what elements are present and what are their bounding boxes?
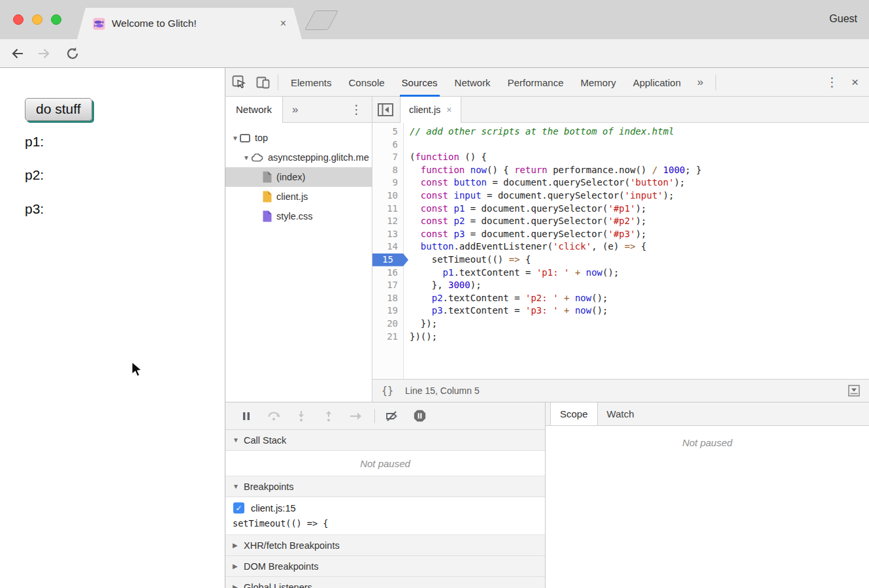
code-line-20[interactable]: 20 }); bbox=[372, 318, 869, 331]
code-text: const input = document.querySelector('in… bbox=[404, 189, 674, 203]
device-toolbar-icon[interactable] bbox=[252, 73, 274, 92]
devtools-kebab-icon[interactable]: ⋮ bbox=[817, 74, 847, 90]
new-tab-button[interactable] bbox=[304, 10, 338, 30]
code-line-8[interactable]: 8 function now() { return performance.no… bbox=[372, 164, 869, 177]
code-line-9[interactable]: 9 const button = document.querySelector(… bbox=[372, 176, 869, 189]
devtools-tab-network[interactable]: Network bbox=[446, 68, 499, 97]
section-header-call-stack[interactable]: ▼Call Stack bbox=[225, 430, 545, 451]
navigator-kebab-icon[interactable]: ⋮ bbox=[341, 102, 372, 117]
tree-item--index-[interactable]: (index) bbox=[225, 167, 372, 187]
back-icon[interactable] bbox=[10, 46, 25, 61]
fullscreen-window-button[interactable] bbox=[51, 14, 61, 25]
code-line-16[interactable]: 16 p1.textContent = 'p1: ' + now(); bbox=[372, 267, 869, 280]
line-number[interactable]: 15 bbox=[372, 253, 404, 267]
breakpoint-code-snippet[interactable]: setTimeout(() => { bbox=[225, 514, 545, 529]
section-header-dom-breakpoints[interactable]: ▶DOM Breakpoints bbox=[225, 556, 545, 577]
code-line-14[interactable]: 14 button.addEventListener('click', (e) … bbox=[372, 240, 869, 253]
code-line-13[interactable]: 13 const p3 = document.querySelector('#p… bbox=[372, 228, 869, 241]
editor-tab-clientjs[interactable]: client.js × bbox=[400, 97, 461, 123]
collapse-sidebar-icon[interactable] bbox=[378, 103, 393, 116]
section-header-global-listeners[interactable]: ▶Global Listeners bbox=[225, 577, 545, 588]
tree-item-style-css[interactable]: style.css bbox=[225, 206, 372, 226]
devtools-tab-memory[interactable]: Memory bbox=[572, 68, 625, 97]
scope-tab-scope[interactable]: Scope bbox=[550, 402, 598, 425]
code-text: p2.textContent = 'p2: ' + now(); bbox=[404, 292, 608, 305]
line-number[interactable]: 7 bbox=[372, 151, 404, 164]
expand-arrow-icon[interactable]: ▼ bbox=[231, 135, 240, 142]
line-number[interactable]: 16 bbox=[372, 267, 404, 280]
line-number[interactable]: 21 bbox=[372, 331, 404, 344]
line-number[interactable]: 10 bbox=[372, 189, 404, 203]
tree-item-asyncstepping-glitch-me[interactable]: ▼asyncstepping.glitch.me bbox=[225, 148, 372, 167]
line-number[interactable]: 6 bbox=[372, 139, 404, 152]
step-into-icon[interactable] bbox=[295, 410, 308, 423]
breakpoint-location-label[interactable]: client.js:15 bbox=[251, 503, 296, 514]
breakpoint-checkbox[interactable]: ✓ bbox=[233, 502, 244, 514]
section-header-breakpoints[interactable]: ▼Breakpoints bbox=[225, 476, 545, 497]
minimize-window-button[interactable] bbox=[32, 14, 42, 25]
code-line-6[interactable]: 6 bbox=[372, 139, 869, 152]
code-line-17[interactable]: 17 }, 3000); bbox=[372, 279, 869, 292]
line-number[interactable]: 18 bbox=[372, 292, 404, 305]
code-area[interactable]: 5// add other scripts at the bottom of i… bbox=[372, 123, 869, 379]
tree-item-top[interactable]: ▼top bbox=[225, 128, 372, 148]
line-number[interactable]: 9 bbox=[372, 176, 404, 189]
code-line-10[interactable]: 10 const input = document.querySelector(… bbox=[372, 189, 869, 203]
code-line-5[interactable]: 5// add other scripts at the bottom of i… bbox=[372, 125, 869, 139]
navigator-tab-network[interactable]: Network bbox=[225, 97, 283, 123]
do-stuff-button[interactable]: do stuff bbox=[25, 98, 92, 121]
line-number[interactable]: 8 bbox=[372, 164, 404, 177]
debugger-sections: ▼Call StackNot paused▼Breakpoints✓client… bbox=[225, 430, 545, 588]
navigator-overflow-chevron[interactable]: » bbox=[283, 103, 307, 116]
line-number[interactable]: 11 bbox=[372, 203, 404, 216]
devtools-tabbar: ElementsConsoleSourcesNetworkPerformance… bbox=[225, 68, 869, 97]
devtools-tab-application[interactable]: Application bbox=[625, 68, 689, 97]
devtools-tab-sources[interactable]: Sources bbox=[393, 68, 446, 97]
line-number[interactable]: 13 bbox=[372, 228, 404, 241]
code-line-18[interactable]: 18 p2.textContent = 'p2: ' + now(); bbox=[372, 292, 869, 305]
devtools-tab-performance[interactable]: Performance bbox=[499, 68, 572, 97]
tab-close-icon[interactable]: × bbox=[280, 18, 286, 29]
pause-on-exceptions-icon[interactable] bbox=[413, 410, 426, 423]
deactivate-breakpoints-icon[interactable] bbox=[385, 410, 399, 423]
devtools-tab-console[interactable]: Console bbox=[340, 68, 393, 97]
code-line-15[interactable]: 15 setTimeout(() => { bbox=[372, 253, 869, 267]
line-number[interactable]: 19 bbox=[372, 304, 404, 318]
editor-tab-label: client.js bbox=[409, 105, 440, 115]
scope-tab-watch[interactable]: Watch bbox=[598, 402, 644, 425]
section-header-xhr-fetch-breakpoints[interactable]: ▶XHR/fetch Breakpoints bbox=[225, 535, 545, 556]
show-drawer-icon[interactable] bbox=[848, 385, 860, 397]
breakpoint-entry[interactable]: ✓client.js:15setTimeout(() => { bbox=[225, 497, 545, 535]
tree-item-client-js[interactable]: client.js bbox=[225, 187, 372, 206]
devtools-tab-elements[interactable]: Elements bbox=[282, 68, 340, 97]
line-number[interactable]: 5 bbox=[372, 125, 404, 139]
triangle-right-icon: ▶ bbox=[233, 583, 244, 588]
devtools-close-icon[interactable]: × bbox=[847, 75, 869, 90]
step-over-icon[interactable] bbox=[267, 410, 280, 423]
code-line-19[interactable]: 19 p3.textContent = 'p3: ' + now(); bbox=[372, 304, 869, 318]
step-icon[interactable] bbox=[350, 410, 363, 423]
cloud-icon bbox=[251, 154, 263, 162]
code-line-7[interactable]: 7(function () { bbox=[372, 151, 869, 164]
tabs-overflow-chevron[interactable]: » bbox=[689, 68, 711, 97]
step-out-icon[interactable] bbox=[322, 410, 335, 423]
line-number[interactable]: 14 bbox=[372, 240, 404, 253]
expand-arrow-icon[interactable]: ▼ bbox=[242, 154, 251, 161]
pretty-print-icon[interactable]: {} bbox=[382, 385, 393, 397]
pause-script-icon[interactable] bbox=[240, 410, 253, 423]
code-line-12[interactable]: 12 const p2 = document.querySelector('#p… bbox=[372, 215, 869, 228]
breakpoint-marker[interactable]: 15 bbox=[372, 253, 408, 267]
section-title: Call Stack bbox=[244, 435, 286, 446]
line-number[interactable]: 20 bbox=[372, 318, 404, 331]
line-number[interactable]: 12 bbox=[372, 215, 404, 228]
line-number[interactable]: 17 bbox=[372, 279, 404, 292]
browser-tab[interactable]: Welcome to Glitch! × bbox=[77, 8, 302, 39]
close-window-button[interactable] bbox=[13, 14, 24, 25]
reload-icon[interactable] bbox=[65, 46, 80, 61]
editor-tab-close-icon[interactable]: × bbox=[446, 105, 451, 115]
mouse-cursor bbox=[131, 361, 146, 381]
code-line-11[interactable]: 11 const p1 = document.querySelector('#p… bbox=[372, 203, 869, 216]
inspect-element-icon[interactable] bbox=[227, 73, 250, 92]
code-line-21[interactable]: 21})(); bbox=[372, 331, 869, 344]
forward-icon[interactable] bbox=[36, 46, 52, 61]
